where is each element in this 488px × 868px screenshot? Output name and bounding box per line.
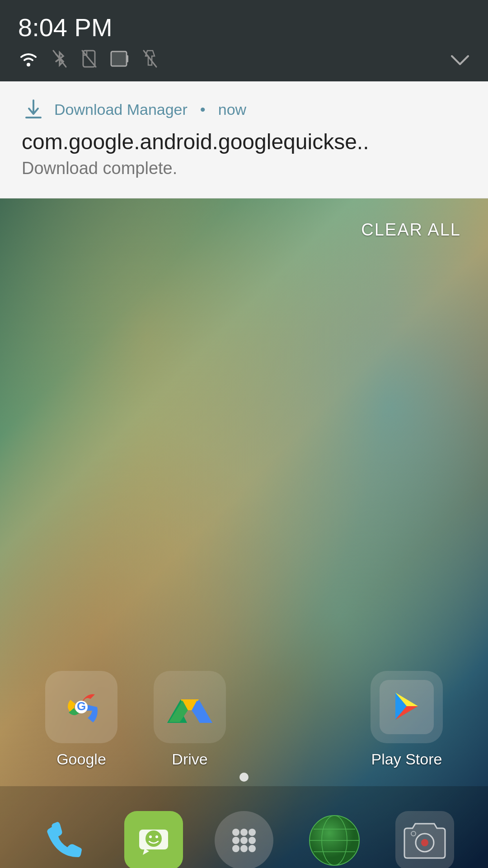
app-icons-row: G Google: [0, 671, 488, 768]
notification-time: now: [218, 101, 246, 118]
play-store-app-label: Play Store: [371, 750, 442, 768]
apps-drawer-icon: [215, 811, 273, 868]
svg-point-0: [27, 63, 30, 66]
notification-title: com.google.android.googlequickse..: [22, 129, 466, 154]
play-store-app-icon: [371, 671, 443, 743]
svg-line-3: [82, 51, 96, 67]
dock-phone[interactable]: [34, 811, 93, 868]
svg-point-14: [155, 835, 158, 838]
svg-point-19: [240, 837, 248, 844]
status-time: 8:04 PM: [18, 14, 470, 42]
dock-camera[interactable]: [395, 811, 454, 868]
chevron-down-icon[interactable]: [450, 51, 470, 71]
dock-apps-drawer[interactable]: [215, 811, 273, 868]
play-store-inner: [380, 680, 434, 734]
dock: [0, 786, 488, 868]
svg-line-7: [144, 51, 156, 67]
clear-all-button[interactable]: CLEAR ALL: [361, 220, 461, 240]
svg-point-23: [249, 845, 256, 852]
svg-point-17: [249, 829, 256, 836]
svg-rect-6: [112, 52, 126, 65]
svg-point-13: [149, 835, 152, 838]
svg-point-12: [145, 830, 162, 847]
notification-body: Download complete.: [22, 159, 466, 178]
svg-point-21: [232, 845, 239, 852]
dock-messages[interactable]: [124, 811, 183, 868]
notification-separator: •: [200, 101, 206, 118]
messages-icon: [124, 811, 183, 868]
svg-rect-5: [127, 55, 128, 62]
svg-point-32: [421, 839, 428, 846]
dock-browser[interactable]: [305, 811, 364, 868]
drive-app-label: Drive: [172, 750, 207, 768]
svg-point-18: [232, 837, 239, 844]
camera-icon: [395, 811, 454, 868]
svg-point-15: [232, 829, 239, 836]
wifi-icon: [18, 50, 39, 72]
svg-point-16: [240, 829, 248, 836]
google-app-label: Google: [56, 750, 106, 768]
sim-off-icon: [80, 49, 98, 73]
download-icon: [22, 98, 45, 121]
notification-panel[interactable]: Download Manager • now com.google.androi…: [0, 81, 488, 198]
status-icons-row: [18, 49, 470, 73]
app-icon-google[interactable]: G Google: [45, 671, 117, 768]
google-app-icon: G: [45, 671, 117, 743]
bluetooth-icon: [52, 49, 68, 73]
notification-app-name: Download Manager: [54, 101, 188, 118]
battery-icon: [110, 49, 129, 73]
flashlight-off-icon: [142, 49, 158, 73]
svg-point-20: [249, 837, 256, 844]
notification-header: Download Manager • now: [22, 98, 466, 121]
drive-app-icon: [154, 671, 226, 743]
page-indicator: [239, 773, 249, 782]
svg-text:G: G: [77, 699, 86, 713]
app-icon-drive[interactable]: Drive: [154, 671, 226, 768]
app-icon-play-store[interactable]: Play Store: [371, 671, 443, 768]
status-bar: 8:04 PM: [0, 0, 488, 81]
home-screen: CLEAR ALL G Google: [0, 198, 488, 868]
svg-point-22: [240, 845, 248, 852]
